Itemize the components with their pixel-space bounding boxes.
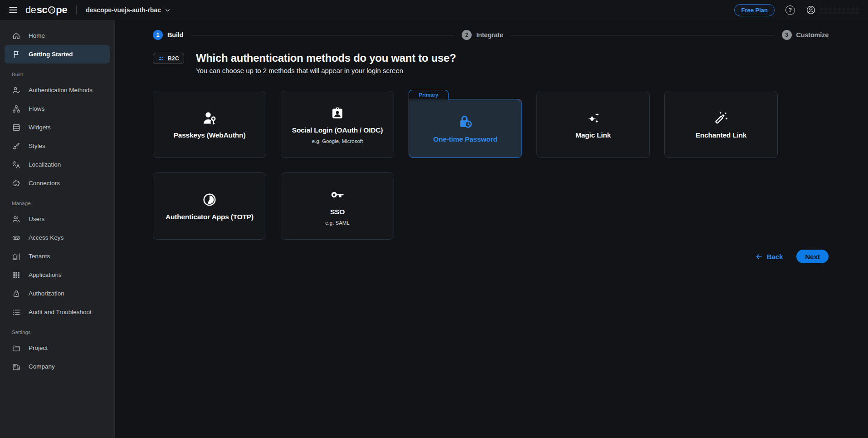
sidebar-item-label: Authorization xyxy=(29,290,64,297)
card-title: One-time Password xyxy=(433,135,497,143)
wand-icon xyxy=(713,110,729,126)
users-icon xyxy=(12,215,21,224)
sidebar-item-widgets[interactable]: Widgets xyxy=(5,118,110,137)
list-icon xyxy=(12,308,21,317)
sidebar-item-label: Connectors xyxy=(29,180,60,187)
card-authenticator-apps[interactable]: Authenticator Apps (TOTP) xyxy=(153,172,266,240)
auth-method-grid: Passkeys (WebAuthn) Social Login (OAuth … xyxy=(153,91,829,240)
rows-icon xyxy=(12,123,21,132)
help-button[interactable]: ? xyxy=(785,5,795,15)
username-redacted xyxy=(820,6,860,14)
page-subtitle: You can choose up to 2 methods that will… xyxy=(196,67,456,74)
card-enchanted-link[interactable]: Enchanted Link xyxy=(664,91,778,158)
timer-icon xyxy=(201,192,218,208)
sidebar-section-build: Build xyxy=(0,70,114,79)
sidebar-item-label: Authentication Methods xyxy=(29,87,93,94)
free-plan-badge[interactable]: Free Plan xyxy=(734,4,775,16)
card-one-time-password[interactable]: Primary One-time Password xyxy=(409,99,522,158)
project-name: descope-vuejs-auth-rbac xyxy=(86,6,161,14)
sidebar-item-authentication-methods[interactable]: Authentication Methods xyxy=(5,81,110,99)
sidebar-item-label: Widgets xyxy=(29,124,51,131)
account-menu[interactable] xyxy=(806,5,860,15)
logo-text-bold2: pe xyxy=(56,4,67,16)
step-label: Build xyxy=(167,31,183,39)
sidebar-item-label: Applications xyxy=(29,271,62,278)
page-header: B2C Which authentication methods do you … xyxy=(153,52,829,74)
sidebar-item-label: Project xyxy=(29,344,48,351)
wizard-footer: Back Next xyxy=(153,250,829,263)
help-icon: ? xyxy=(789,7,792,13)
title-block: Which authentication methods do you want… xyxy=(196,52,456,74)
sidebar-item-project[interactable]: Project xyxy=(5,339,110,357)
sidebar-item-access-keys[interactable]: Access Keys xyxy=(5,228,110,247)
topbar-right-group: Free Plan ? xyxy=(734,4,860,16)
descope-logo[interactable]: desc(*)pe xyxy=(25,4,67,16)
card-sso[interactable]: SSO e.g. SAML xyxy=(281,172,394,240)
card-subtitle: e.g. SAML xyxy=(325,220,350,226)
passkey-icon xyxy=(201,110,218,126)
project-selector[interactable]: descope-vuejs-auth-rbac xyxy=(86,6,171,14)
stepper-line xyxy=(190,35,454,35)
b2c-badge: B2C xyxy=(153,53,184,64)
step-customize: 3 Customize xyxy=(782,30,829,40)
sidebar-item-label: Flows xyxy=(29,105,44,112)
lock-clock-icon xyxy=(457,114,473,130)
badge-icon xyxy=(329,105,346,121)
sidebar-item-users[interactable]: Users xyxy=(5,210,110,228)
account-icon xyxy=(806,5,816,15)
sidebar: Home Getting Started Build Authenticatio… xyxy=(0,20,115,438)
sidebar-item-label: Users xyxy=(29,216,44,222)
sidebar-item-home[interactable]: Home xyxy=(5,26,110,45)
sidebar-item-audit-and-troubleshoot[interactable]: Audit and Troubleshoot xyxy=(5,303,110,321)
sidebar-item-label: Home xyxy=(29,32,45,39)
sidebar-item-authorization[interactable]: Authorization xyxy=(5,284,110,303)
page-title: Which authentication methods do you want… xyxy=(196,52,456,64)
building-icon xyxy=(12,362,21,371)
back-button-label: Back xyxy=(767,253,783,261)
card-title: SSO xyxy=(330,208,345,216)
access-key-icon xyxy=(12,233,21,242)
logo-text-bold1: sc xyxy=(37,4,48,16)
sidebar-item-localization[interactable]: Localization xyxy=(5,155,110,174)
next-button[interactable]: Next xyxy=(796,250,829,263)
sidebar-item-getting-started[interactable]: Getting Started xyxy=(5,45,110,64)
card-social-login[interactable]: Social Login (OAuth / OIDC) e.g. Google,… xyxy=(281,91,394,158)
arrow-left-icon xyxy=(755,253,763,261)
sidebar-section-manage: Manage xyxy=(0,199,114,208)
card-magic-link[interactable]: Magic Link xyxy=(536,91,650,158)
sidebar-item-label: Localization xyxy=(29,161,61,168)
hamburger-menu-icon[interactable] xyxy=(8,5,18,15)
lock-icon xyxy=(12,289,21,298)
sidebar-item-applications[interactable]: Applications xyxy=(5,266,110,284)
topbar-divider xyxy=(76,5,77,15)
grid-icon xyxy=(12,271,21,280)
key-icon xyxy=(329,187,346,203)
people-icon xyxy=(158,55,165,62)
back-button[interactable]: Back xyxy=(755,253,783,261)
sparkles-icon xyxy=(585,110,601,126)
card-title: Passkeys (WebAuthn) xyxy=(174,131,246,139)
person-check-icon xyxy=(12,86,21,95)
stepper-line xyxy=(511,35,775,35)
sidebar-item-styles[interactable]: Styles xyxy=(5,137,110,155)
step-label: Integrate xyxy=(476,31,503,39)
step-number: 3 xyxy=(782,30,792,40)
flow-tree-icon xyxy=(12,104,21,113)
chevron-down-icon xyxy=(165,7,171,13)
card-title: Magic Link xyxy=(575,131,611,139)
sidebar-item-tenants[interactable]: Tenants xyxy=(5,247,110,266)
wizard-stepper: 1 Build 2 Integrate 3 Customize xyxy=(153,30,829,40)
translate-icon xyxy=(12,160,21,169)
step-build: 1 Build xyxy=(153,30,183,40)
main-content: 1 Build 2 Integrate 3 Customize B2C Whic… xyxy=(115,20,868,438)
card-passkeys[interactable]: Passkeys (WebAuthn) xyxy=(153,91,266,158)
sidebar-item-company[interactable]: Company xyxy=(5,357,110,376)
puzzle-icon xyxy=(12,179,21,188)
sidebar-item-flows[interactable]: Flows xyxy=(5,99,110,118)
sidebar-item-connectors[interactable]: Connectors xyxy=(5,174,110,192)
home-icon xyxy=(12,31,21,40)
tenant-icon xyxy=(12,252,21,261)
folder-icon xyxy=(12,344,21,353)
card-title: Authenticator Apps (TOTP) xyxy=(166,213,254,221)
card-title: Social Login (OAuth / OIDC) xyxy=(292,126,383,134)
